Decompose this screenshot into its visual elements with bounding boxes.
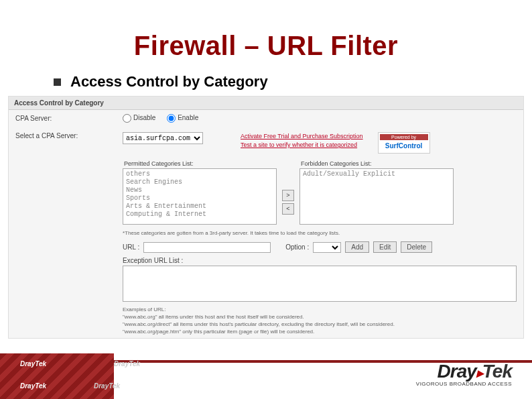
url-input[interactable]	[143, 242, 271, 253]
slide-title: Firewall – URL Filter	[0, 0, 532, 73]
note-text: *These categories are gotten from a 3rd-…	[123, 230, 517, 236]
delete-button[interactable]: Delete	[401, 241, 432, 253]
forbidden-col: Forbidden Categories List: Adult/Sexuall…	[300, 160, 454, 225]
powered-label: Powered by	[380, 134, 428, 140]
exception-label: Exception URL List :	[123, 257, 517, 264]
footer-pattern	[0, 353, 114, 399]
settings-panel: Access Control by Category CPA Server: D…	[8, 96, 524, 339]
panel-header: Access Control by Category	[9, 97, 523, 110]
add-button[interactable]: Add	[345, 241, 369, 253]
powered-badge: Powered by SurfControl	[378, 132, 430, 154]
bullet-icon	[54, 78, 61, 86]
server-row: Select a CPA Server: asia.surfcpa.com Ac…	[15, 132, 517, 154]
footer-logo: DrayTek	[20, 382, 46, 390]
url-row: URL : Option : Add Edit Delete	[123, 241, 517, 253]
option-select[interactable]	[313, 242, 341, 253]
categories-area: Permitted Categories List: others Search…	[123, 160, 517, 225]
tagline: VIGOROUS BROADBAND ACCESS	[416, 381, 512, 387]
exception-listbox[interactable]	[123, 266, 517, 302]
server-select[interactable]: asia.surfcpa.com	[123, 132, 203, 144]
enable-text: Enable	[178, 114, 198, 121]
list-item[interactable]: News	[126, 186, 273, 194]
list-item[interactable]: Arts & Entertainment	[126, 203, 273, 211]
footer-logo: DrayTek	[94, 382, 120, 390]
arrow-controls: > <	[282, 179, 294, 225]
disable-radio[interactable]	[123, 114, 131, 123]
footer-logo: DrayTek	[20, 360, 46, 367]
disable-text: Disable	[133, 114, 155, 121]
example-line: "www.abc.org/direct" all items under thi…	[123, 321, 517, 328]
forbidden-label: Forbidden Categories List:	[300, 160, 454, 167]
example-line: "www.abc.org/page.htm" only this particu…	[123, 328, 517, 335]
edit-button[interactable]: Edit	[373, 241, 397, 253]
bullet-row: Access Control by Category	[0, 73, 532, 91]
cpa-radio-group: Disable Enable	[123, 114, 208, 123]
test-link[interactable]: Test a site to verify whether it is cate…	[241, 141, 363, 150]
examples-title: Examples of URL:	[123, 306, 517, 313]
disable-radio-label[interactable]: Disable	[123, 114, 155, 121]
move-left-button[interactable]: <	[282, 203, 294, 215]
permitted-col: Permitted Categories List: others Search…	[123, 160, 277, 225]
list-item[interactable]: Search Engines	[126, 178, 273, 186]
list-item[interactable]: Sports	[126, 194, 273, 203]
permitted-label: Permitted Categories List:	[123, 160, 277, 167]
enable-radio[interactable]	[167, 114, 176, 123]
examples-block: Examples of URL: "www.abc.org" all items…	[15, 306, 517, 335]
list-item[interactable]: Computing & Internet	[126, 211, 273, 219]
permitted-listbox[interactable]: others Search Engines News Sports Arts &…	[123, 168, 277, 225]
enable-radio-label[interactable]: Enable	[167, 114, 198, 121]
cpa-row: CPA Server: Disable Enable	[15, 114, 517, 123]
links-col: Activate Free Trial and Purchase Subscri…	[241, 132, 363, 150]
url-label: URL :	[123, 243, 139, 251]
provider-logo: SurfControl	[380, 140, 428, 152]
example-line: "www.abc.org" all items under this host …	[123, 313, 517, 321]
bullet-text: Access Control by Category	[70, 73, 268, 91]
option-label: Option :	[285, 243, 309, 251]
server-label: Select a CPA Server:	[15, 132, 123, 139]
list-item[interactable]: others	[126, 170, 273, 178]
forbidden-listbox[interactable]: Adult/Sexually Explicit	[300, 168, 454, 225]
move-right-button[interactable]: >	[282, 190, 294, 201]
footer-logo: DrayTek	[114, 360, 140, 367]
brand-text: Dray▸Tek	[416, 361, 512, 382]
footer: DrayTek DrayTek DrayTek DrayTek Dray▸Tek…	[0, 353, 532, 399]
cpa-label: CPA Server:	[15, 115, 123, 122]
main-logo: Dray▸Tek VIGOROUS BROADBAND ACCESS	[416, 361, 512, 387]
list-item[interactable]: Adult/Sexually Explicit	[303, 170, 450, 178]
activate-link[interactable]: Activate Free Trial and Purchase Subscri…	[241, 132, 363, 141]
